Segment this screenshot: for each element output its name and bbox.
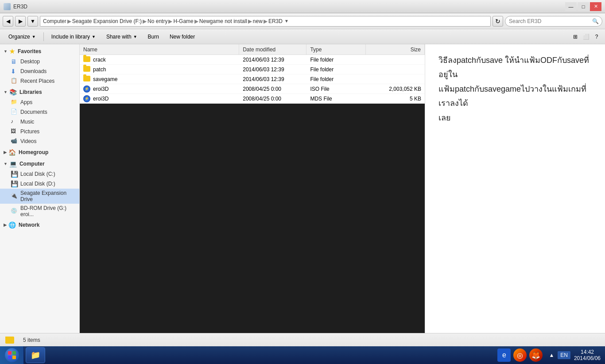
libraries-section: ▼ 📚 Libraries 📁 Apps 📄 Documents ♪ Music… — [0, 87, 79, 146]
table-row[interactable]: patch 2014/06/03 12:39 File folder — [80, 65, 425, 74]
chrome-icon[interactable]: ◎ — [513, 349, 527, 362]
row-type-2: File folder — [306, 74, 365, 84]
network-arrow: ▶ — [4, 223, 7, 227]
sidebar-item-seagate[interactable]: 🔌 Seagate Expansion Drive — [0, 189, 79, 204]
favorites-arrow: ▼ — [4, 49, 8, 54]
row-type-1: File folder — [306, 65, 365, 74]
sidebar-item-downloads-label: Downloads — [20, 68, 47, 74]
computer-header[interactable]: ▼ 💻 Computer — [0, 159, 79, 169]
path-sep2: ▶ — [143, 18, 147, 24]
col-date-header[interactable]: Date modified — [239, 44, 306, 54]
libraries-icon: 📚 — [9, 89, 17, 96]
network-header[interactable]: ▶ 🌐 Network — [0, 220, 79, 230]
forward-button[interactable]: ▶ — [15, 16, 26, 27]
items-count: 5 items — [23, 337, 40, 343]
path-dropdown[interactable]: ▼ — [284, 19, 289, 23]
row-date-0: 2014/06/03 12:39 — [239, 55, 306, 64]
pictures-icon: 🖼 — [11, 128, 18, 135]
taskbar-right: ▲ EN 14:42 2014/06/06 — [544, 349, 605, 361]
burn-button[interactable]: Burn — [143, 31, 164, 43]
path-computer: Computer — [43, 18, 66, 24]
start-orb — [5, 348, 19, 362]
folder-icon-0 — [83, 56, 90, 63]
new-folder-button[interactable]: New folder — [165, 31, 200, 43]
sidebar-item-local-c[interactable]: 💾 Local Disk (C:) — [0, 169, 79, 179]
desktop-icon: 🖥 — [11, 58, 18, 65]
local-d-icon: 💾 — [11, 180, 18, 187]
window-icon — [4, 3, 11, 10]
dropdown-button[interactable]: ▼ — [27, 16, 38, 27]
table-row[interactable]: ⚡ eroi3D 2008/04/25 0:00 MDS File 5 KB — [80, 94, 425, 104]
seagate-icon: 🔌 — [11, 193, 18, 200]
file-list-wrapper: Name Date modified Type Size crack 2014/… — [80, 44, 425, 333]
sidebar-item-documents[interactable]: 📄 Documents — [0, 107, 79, 117]
taskbar-explorer-icon: 📁 — [31, 350, 40, 360]
sidebar-item-recent[interactable]: 📋 Recent Places — [0, 76, 79, 86]
file-list: Name Date modified Type Size crack 2014/… — [80, 44, 425, 104]
computer-icon: 💻 — [9, 160, 17, 167]
documents-icon: 📄 — [11, 108, 18, 116]
sidebar-item-local-c-label: Local Disk (C:) — [20, 171, 55, 177]
view-layout-button[interactable]: ⬜ — [581, 32, 591, 42]
taskbar: 📁 e ◎ 🦊 ▲ EN 14:42 2014/06/06 — [0, 346, 605, 364]
path-sep3: ▶ — [168, 18, 172, 24]
sidebar-item-downloads[interactable]: ⬇ Downloads — [0, 66, 79, 76]
row-date-3: 2008/04/25 0:00 — [239, 84, 306, 93]
sidebar-item-local-d[interactable]: 💾 Local Disk (D:) — [0, 179, 79, 189]
address-path[interactable]: Computer ▶ Seagate Expansion Drive (F:) … — [40, 16, 491, 27]
table-row[interactable]: ⚡ eroi3D 2008/04/25 0:00 ISO File 2,003,… — [80, 84, 425, 94]
col-name-header[interactable]: Name — [80, 44, 239, 54]
minimize-button[interactable]: — — [565, 2, 577, 11]
sidebar-item-music[interactable]: ♪ Music — [0, 117, 79, 127]
view-list-button[interactable]: ⊞ — [570, 32, 580, 42]
help-button[interactable]: ? — [592, 32, 601, 42]
taskbar-file-explorer[interactable]: 📁 — [26, 347, 45, 363]
col-type-header[interactable]: Type — [306, 44, 365, 54]
sidebar-item-bdrom[interactable]: 💿 BD-ROM Drive (G:) eroi... — [0, 204, 79, 219]
sidebar-item-pictures-label: Pictures — [20, 128, 39, 135]
back-button[interactable]: ◀ — [3, 16, 13, 27]
col-size-header[interactable]: Size — [366, 44, 425, 54]
search-icon: 🔍 — [592, 18, 599, 24]
libraries-header[interactable]: ▼ 📚 Libraries — [0, 87, 79, 97]
window-title: ER3D — [13, 4, 27, 10]
organize-button[interactable]: Organize ▼ — [4, 31, 41, 43]
firefox-icon[interactable]: 🦊 — [529, 349, 543, 362]
ie-icon[interactable]: e — [497, 349, 511, 362]
path-newgame: Newgame not install — [199, 18, 247, 24]
sidebar-item-apps[interactable]: 📁 Apps — [0, 97, 79, 107]
file-area: Name Date modified Type Size crack 2014/… — [80, 44, 605, 333]
search-input[interactable] — [505, 16, 602, 27]
path-current: ER3D — [268, 18, 283, 24]
main-content-split: Name Date modified Type Size crack 2014/… — [80, 44, 605, 333]
include-library-button[interactable]: Include in library ▼ — [47, 31, 101, 43]
table-row[interactable]: savegame 2014/06/03 12:39 File folder — [80, 74, 425, 84]
maximize-button[interactable]: □ — [578, 2, 589, 11]
row-name-3: ⚡ eroi3D — [80, 84, 239, 93]
close-button[interactable]: ✕ — [590, 2, 601, 11]
bdrom-icon: 💿 — [11, 208, 18, 215]
view-icons: ⊞ ⬜ ? — [570, 32, 601, 42]
path-new: new — [253, 18, 263, 24]
local-c-icon: 💾 — [11, 170, 18, 178]
sidebar-item-desktop[interactable]: 🖥 Desktop — [0, 57, 79, 66]
refresh-button[interactable]: ↻ — [493, 16, 503, 27]
sidebar-item-videos[interactable]: 📹 Videos — [0, 136, 79, 146]
start-button[interactable] — [0, 346, 24, 364]
taskbar-clock: 14:42 2014/06/06 — [574, 349, 601, 361]
language-indicator[interactable]: EN — [558, 351, 570, 359]
iso-icon-3: ⚡ — [83, 85, 90, 93]
favorites-star-icon: ★ — [9, 48, 15, 55]
homegroup-arrow: ▶ — [4, 150, 7, 155]
row-date-4: 2008/04/25 0:00 — [239, 94, 306, 103]
row-name-0: crack — [80, 55, 239, 64]
row-size-1 — [366, 65, 425, 74]
share-with-button[interactable]: Share with ▼ — [101, 31, 142, 43]
path-sep1: ▶ — [67, 18, 71, 24]
row-size-2 — [366, 74, 425, 84]
table-row[interactable]: crack 2014/06/03 12:39 File folder — [80, 55, 425, 65]
homegroup-header[interactable]: ▶ 🏠 Homegroup — [0, 147, 79, 158]
favorites-header[interactable]: ▼ ★ Favorites — [0, 46, 79, 57]
sidebar-item-pictures[interactable]: 🖼 Pictures — [0, 127, 79, 136]
window-controls: — □ ✕ — [565, 2, 601, 11]
